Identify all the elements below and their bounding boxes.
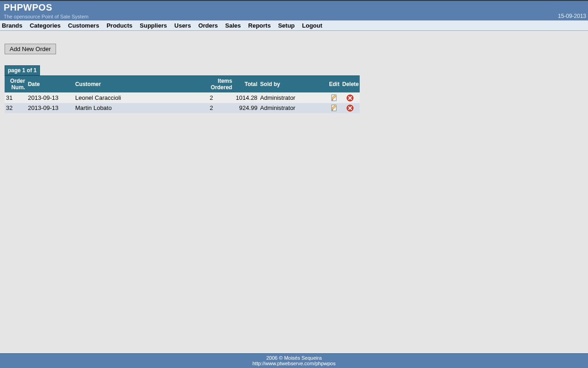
app-subtitle: The opensource Point of Sale System — [4, 14, 584, 19]
delete-icon[interactable] — [346, 104, 354, 112]
cell-customer: Martin Lobato — [74, 103, 209, 114]
edit-icon[interactable] — [331, 94, 338, 102]
cell-date: 2013-09-13 — [27, 92, 74, 103]
app-title: PHPWPOS — [4, 2, 584, 13]
pager: page 1 of 1 — [5, 65, 40, 75]
th-total: Total — [233, 76, 259, 93]
cell-sold-by: Administrator — [259, 103, 328, 114]
nav-logout[interactable]: Logout — [299, 22, 326, 29]
header-date: 15-09-2013 — [558, 13, 586, 19]
footer: 2006 © Moisés Sequeira http://www.ptwebs… — [0, 353, 588, 368]
nav-orders[interactable]: Orders — [195, 22, 222, 29]
cell-customer: Leonel Caraccioli — [74, 92, 209, 103]
cell-items: 2 — [209, 103, 234, 114]
content: Add New Order page 1 of 1 Order Num. Dat… — [0, 31, 588, 353]
nav-setup[interactable]: Setup — [274, 22, 298, 29]
nav-products[interactable]: Products — [103, 22, 136, 29]
cell-total: 924.99 — [233, 103, 259, 114]
nav-suppliers[interactable]: Suppliers — [136, 22, 170, 29]
nav-customers[interactable]: Customers — [64, 22, 103, 29]
th-items-ordered: Items Ordered — [209, 76, 234, 93]
th-delete: Delete — [341, 76, 360, 93]
th-order-num: Order Num. — [5, 76, 27, 93]
header: PHPWPOS The opensource Point of Sale Sys… — [0, 0, 588, 20]
table-row: 31 2013-09-13 Leonel Caraccioli 2 1014.2… — [5, 92, 360, 103]
main-nav: Brands Categories Customers Products Sup… — [0, 20, 588, 31]
edit-icon[interactable] — [331, 104, 338, 112]
cell-order-num: 32 — [5, 103, 27, 114]
table-row: 32 2013-09-13 Martin Lobato 2 924.99 Adm… — [5, 103, 360, 114]
nav-brands[interactable]: Brands — [0, 22, 26, 29]
cell-order-num: 31 — [5, 92, 27, 103]
nav-reports[interactable]: Reports — [244, 22, 274, 29]
th-sold-by: Sold by — [259, 76, 328, 93]
delete-icon[interactable] — [346, 94, 354, 102]
add-new-order-button[interactable]: Add New Order — [5, 44, 56, 54]
th-edit: Edit — [328, 76, 341, 93]
cell-sold-by: Administrator — [259, 92, 328, 103]
nav-categories[interactable]: Categories — [26, 22, 64, 29]
orders-table: Order Num. Date Customer Items Ordered T… — [5, 75, 360, 113]
th-customer: Customer — [74, 76, 209, 93]
nav-sales[interactable]: Sales — [221, 22, 244, 29]
cell-items: 2 — [209, 92, 234, 103]
cell-total: 1014.28 — [233, 92, 259, 103]
nav-users[interactable]: Users — [171, 22, 195, 29]
footer-copyright: 2006 © Moisés Sequeira — [0, 355, 588, 361]
cell-date: 2013-09-13 — [27, 103, 74, 114]
footer-link[interactable]: http://www.ptwebserve.com/phpwpos — [253, 361, 336, 366]
th-date: Date — [27, 76, 74, 93]
